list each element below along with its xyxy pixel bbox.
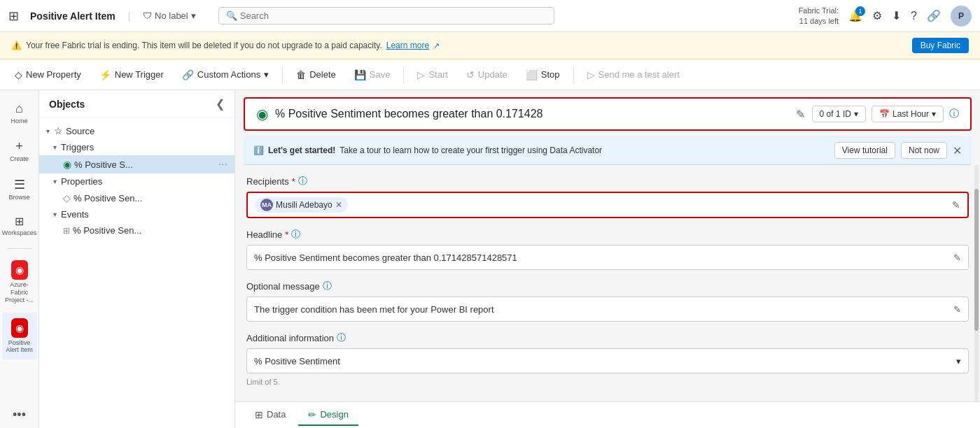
view-tutorial-button[interactable]: View tutorial	[834, 142, 895, 159]
notification-btn[interactable]: 🔔 1	[848, 9, 862, 22]
help-icon[interactable]: ?	[911, 10, 917, 22]
tree-events[interactable]: ▾ Events	[39, 206, 234, 222]
sidebar-item-home[interactable]: ⌂ Home	[2, 96, 37, 131]
source-caret: ▾	[46, 127, 50, 135]
objects-title: Objects	[49, 99, 85, 110]
sidebar-sep-1	[7, 248, 32, 249]
sidebar-item-browse[interactable]: ☰ Browse	[2, 171, 37, 207]
send-test-alert-button[interactable]: ▷ Send me a test alert	[580, 65, 687, 85]
recipients-input[interactable]: MA Musili Adebayo ✕ ✎	[246, 192, 969, 218]
trigger-edit-icon[interactable]: ✎	[796, 108, 805, 121]
headline-edit-icon[interactable]: ✎	[953, 252, 961, 263]
optional-message-edit-icon[interactable]: ✎	[953, 304, 961, 315]
custom-actions-label: Custom Actions	[197, 69, 260, 80]
optional-message-input[interactable]: The trigger condition has been met for y…	[246, 297, 969, 322]
workspaces-icon: ⊞	[15, 215, 24, 228]
positive-alert-label: Positive Alert Item	[5, 339, 34, 355]
trigger-id-badge[interactable]: 0 of 1 ID ▾	[812, 106, 866, 122]
azure-fabric-label: Azure-Fabric Project -...	[5, 281, 34, 304]
tab-data[interactable]: ⊞ Data	[245, 405, 295, 426]
main-layout: ⌂ Home + Create ☰ Browse ⊞ Workspaces ◉ …	[0, 90, 980, 428]
delete-label: Delete	[309, 69, 336, 80]
limit-text: Limit of 5.	[246, 378, 969, 386]
info-banner-text: Take a tour to learn how to create your …	[340, 145, 602, 155]
avatar[interactable]: P	[951, 6, 972, 27]
design-tab-label: Design	[320, 409, 348, 420]
trigger-header: ◉ % Positive Sentiment becomes greater t…	[244, 97, 972, 131]
toolbar-sep-1	[282, 66, 283, 83]
banner-text: Your free Fabric trial is ending. This i…	[26, 41, 382, 50]
share-icon[interactable]: 🔗	[927, 9, 941, 22]
tree-properties[interactable]: ▾ Properties	[39, 173, 234, 190]
external-link-icon: ↗	[433, 41, 440, 50]
custom-actions-button[interactable]: 🔗 Custom Actions ▾	[174, 65, 276, 85]
positive-alert-icon-bg: ◉	[11, 318, 28, 338]
recipient-remove-icon[interactable]: ✕	[335, 200, 342, 210]
update-button[interactable]: ↺ Update	[458, 65, 515, 85]
not-now-button[interactable]: Not now	[901, 142, 947, 159]
new-trigger-button[interactable]: ⚡ New Trigger	[92, 65, 172, 85]
browse-label: Browse	[8, 194, 29, 201]
trigger-time-text: Last Hour	[892, 109, 929, 119]
start-icon: ▷	[417, 69, 425, 80]
send-alert-icon: ▷	[587, 69, 595, 80]
info-banner-left: ℹ️ Let's get started! Take a tour to lea…	[253, 145, 602, 155]
toolbar: ◇ New Property ⚡ New Trigger 🔗 Custom Ac…	[0, 59, 980, 90]
notification-badge: 1	[855, 6, 865, 16]
start-button[interactable]: ▷ Start	[410, 65, 455, 85]
tree-property-item[interactable]: ◇ % Positive Sen...	[39, 190, 234, 206]
additional-info-dropdown[interactable]: % Positive Sentiment ▾	[246, 348, 969, 373]
scrollbar[interactable]	[974, 165, 979, 401]
trigger-item-more-icon[interactable]: ···	[218, 158, 227, 171]
home-label: Home	[10, 117, 27, 125]
learn-more-link[interactable]: Learn more	[386, 41, 429, 50]
tree-triggers[interactable]: ▾ Triggers	[39, 139, 234, 155]
info-banner: ℹ️ Let's get started! Take a tour to lea…	[244, 136, 972, 165]
additional-info-section: Additional information ⓘ % Positive Sent…	[246, 331, 969, 386]
sidebar-item-azure-fabric[interactable]: ◉ Azure-Fabric Project -...	[2, 255, 37, 309]
stop-icon: ⬜	[526, 69, 538, 80]
custom-actions-icon: 🔗	[182, 69, 194, 80]
trigger-time-badge[interactable]: 📅 Last Hour ▾	[872, 106, 944, 122]
trigger-info-icon[interactable]: ⓘ	[949, 108, 959, 120]
info-banner-buttons: View tutorial Not now ✕	[834, 142, 962, 159]
sidebar-item-workspaces[interactable]: ⊞ Workspaces	[2, 209, 37, 243]
trigger-id-caret: ▾	[854, 109, 858, 119]
trigger-header-icon: ◉	[256, 106, 268, 122]
stop-button[interactable]: ⬜ Stop	[518, 65, 568, 85]
additional-info-caret: ▾	[956, 356, 961, 366]
update-label: Update	[478, 69, 507, 80]
new-property-button[interactable]: ◇ New Property	[7, 65, 89, 85]
new-trigger-label: New Trigger	[115, 69, 164, 80]
tree-event-item[interactable]: ⊞ % Positive Sen...	[39, 222, 234, 238]
search-bar[interactable]: 🔍	[218, 7, 554, 24]
sidebar-item-positive-alert[interactable]: ◉ Positive Alert Item	[2, 313, 37, 360]
download-icon[interactable]: ⬇	[892, 9, 901, 22]
source-label: Source	[66, 126, 227, 136]
search-input[interactable]	[240, 10, 547, 21]
label-dropdown[interactable]: 🛡 No label ▾	[143, 10, 196, 21]
recipients-edit-icon[interactable]: ✎	[952, 199, 960, 211]
home-icon: ⌂	[15, 101, 23, 116]
info-close-icon[interactable]: ✕	[953, 144, 962, 157]
workspaces-label: Workspaces	[2, 229, 36, 237]
optional-message-value: The trigger condition has been met for y…	[254, 304, 494, 315]
save-icon: 💾	[354, 69, 366, 80]
sidebar-item-create[interactable]: + Create	[2, 134, 37, 169]
tab-design[interactable]: ✏ Design	[298, 405, 358, 426]
more-icon: •••	[7, 402, 31, 427]
new-trigger-icon: ⚡	[99, 69, 111, 80]
tree-trigger-item[interactable]: ◉ % Positive S... ···	[39, 155, 234, 173]
browse-icon: ☰	[14, 177, 25, 192]
custom-actions-caret: ▾	[264, 69, 269, 80]
delete-button[interactable]: 🗑 Delete	[288, 65, 344, 85]
event-item-label: % Positive Sen...	[73, 225, 227, 236]
headline-input[interactable]: % Positive Sentiment becomes greater tha…	[246, 245, 969, 270]
tree-source[interactable]: ▾ ☆ Source	[39, 122, 234, 139]
sidebar-more-btn[interactable]: •••	[7, 408, 31, 422]
buy-fabric-button[interactable]: Buy Fabric	[912, 38, 969, 53]
save-button[interactable]: 💾 Save	[346, 65, 398, 85]
collapse-button[interactable]: ❮	[216, 97, 225, 110]
settings-icon[interactable]: ⚙	[872, 9, 882, 22]
recipients-section: Recipients * ⓘ MA Musili Adebayo ✕ ✎	[246, 175, 969, 218]
